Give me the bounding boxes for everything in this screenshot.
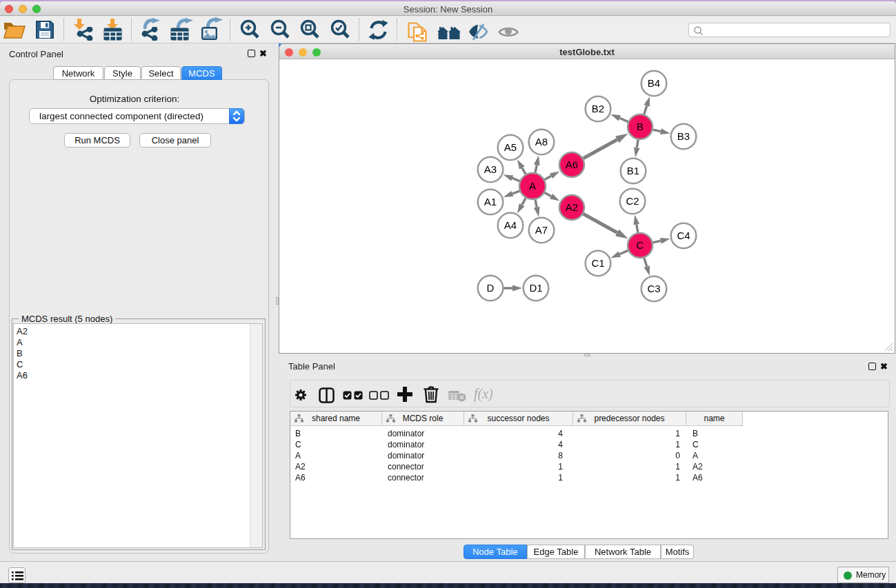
- svg-text:A4: A4: [504, 219, 517, 231]
- svg-text:B1: B1: [627, 165, 639, 176]
- svg-text:C: C: [637, 239, 644, 251]
- svg-text:B: B: [637, 121, 644, 132]
- svg-text:A6: A6: [566, 159, 578, 170]
- svg-text:D: D: [487, 282, 495, 294]
- svg-text:C4: C4: [677, 230, 690, 241]
- svg-text:A3: A3: [484, 163, 497, 175]
- svg-text:C1: C1: [591, 257, 604, 269]
- svg-text:A7: A7: [535, 224, 548, 236]
- svg-text:A5: A5: [504, 141, 517, 153]
- svg-text:B4: B4: [648, 77, 660, 89]
- svg-text:A: A: [529, 180, 536, 192]
- svg-text:C3: C3: [647, 283, 660, 294]
- svg-text:B2: B2: [592, 103, 604, 114]
- svg-text:C2: C2: [626, 195, 639, 207]
- svg-text:B3: B3: [677, 130, 690, 142]
- svg-text:A1: A1: [484, 196, 497, 207]
- svg-text:A8: A8: [535, 136, 548, 148]
- svg-text:D1: D1: [529, 282, 542, 294]
- svg-text:A2: A2: [566, 201, 578, 213]
